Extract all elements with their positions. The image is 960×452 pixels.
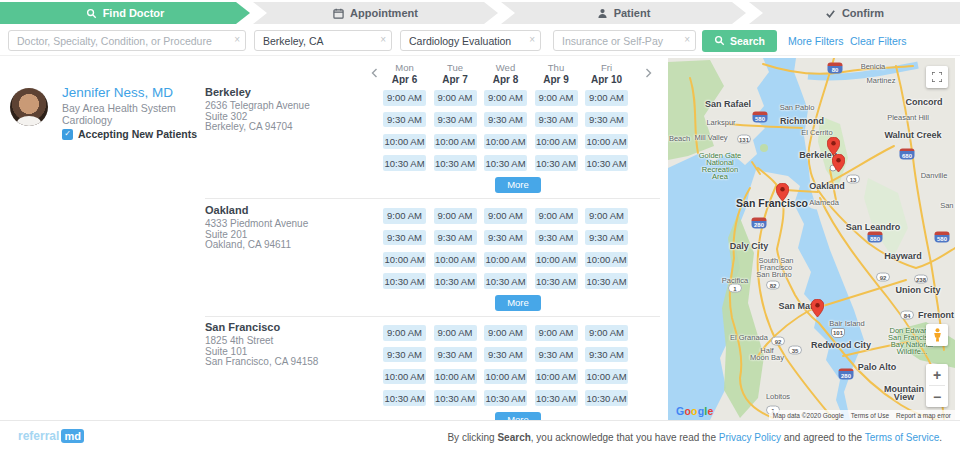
time-slot-button[interactable]: 9:00 AM	[585, 208, 628, 224]
zoom-in-button[interactable]: +	[926, 364, 948, 385]
clear-filters-link[interactable]: Clear Filters	[850, 35, 907, 47]
time-slot-button[interactable]: 10:00 AM	[585, 252, 628, 268]
time-slot-button[interactable]: 9:00 AM	[383, 325, 426, 341]
time-slot-button[interactable]: 9:30 AM	[484, 230, 527, 246]
time-slot-button[interactable]: 10:30 AM	[535, 155, 578, 171]
time-slot-button[interactable]: 10:00 AM	[434, 252, 477, 268]
time-slot-button[interactable]: 9:30 AM	[383, 347, 426, 363]
clear-doctor-icon[interactable]: ×	[234, 34, 240, 46]
step-find-doctor[interactable]: Find Doctor	[0, 2, 250, 24]
time-slot-button[interactable]: 9:00 AM	[585, 90, 628, 106]
time-slot-button[interactable]: 9:30 AM	[585, 347, 628, 363]
step-confirm[interactable]: Confirm	[749, 2, 960, 24]
time-slot-button[interactable]: 9:00 AM	[535, 325, 578, 341]
time-slot-button[interactable]: 10:00 AM	[484, 369, 527, 385]
time-slot-button[interactable]: 10:30 AM	[535, 390, 578, 406]
time-slot-button[interactable]: 9:30 AM	[383, 230, 426, 246]
doctor-name-link[interactable]: Jennifer Ness, MD	[62, 85, 173, 100]
time-slot-button[interactable]: 10:00 AM	[585, 369, 628, 385]
accepting-new-patients-checkbox[interactable]: ✓ Accepting New Patients	[62, 128, 197, 140]
clear-insurance-icon[interactable]: ×	[684, 34, 690, 46]
time-slot-button[interactable]: 9:30 AM	[585, 230, 628, 246]
time-slot-button[interactable]: 9:30 AM	[585, 112, 628, 128]
time-slot-button[interactable]: 10:00 AM	[535, 252, 578, 268]
step-appointment[interactable]: Appointment	[253, 2, 498, 24]
time-slot-button[interactable]: 10:00 AM	[484, 252, 527, 268]
time-slot-button[interactable]: 10:00 AM	[434, 134, 477, 150]
time-slot-button[interactable]: 9:00 AM	[484, 208, 527, 224]
time-slot-button[interactable]: 10:00 AM	[383, 252, 426, 268]
time-slot-button[interactable]: 10:00 AM	[383, 134, 426, 150]
referralmd-logo[interactable]: referral md	[18, 429, 84, 443]
prev-days-icon[interactable]	[369, 67, 381, 79]
time-slot-button[interactable]: 9:30 AM	[484, 347, 527, 363]
time-slot-button[interactable]: 9:00 AM	[484, 325, 527, 341]
next-days-icon[interactable]	[642, 67, 654, 79]
time-slot-button[interactable]: 10:00 AM	[434, 369, 477, 385]
time-slot-button[interactable]: 10:30 AM	[484, 390, 527, 406]
map-pin-1[interactable]	[827, 137, 840, 155]
results-map[interactable]: BeniciaMartinezConcordSan RafaelSan Pabl…	[668, 58, 955, 420]
time-slot-button[interactable]: 10:30 AM	[434, 155, 477, 171]
time-slot-button[interactable]: 10:30 AM	[383, 390, 426, 406]
time-slot-button[interactable]: 9:00 AM	[535, 90, 578, 106]
doctor-search-input[interactable]	[8, 30, 246, 51]
map-pin-4[interactable]	[811, 299, 824, 317]
procedure-input[interactable]	[400, 30, 541, 51]
search-button[interactable]: Search	[702, 30, 777, 52]
time-slot-button[interactable]: 9:00 AM	[383, 208, 426, 224]
map-pin-2[interactable]	[832, 154, 845, 172]
time-slot-button[interactable]: 10:30 AM	[434, 390, 477, 406]
time-slot-button[interactable]: 9:00 AM	[434, 90, 477, 106]
pegman-button[interactable]	[926, 324, 948, 346]
map-pin-3[interactable]	[776, 183, 789, 201]
location-address-line: San Francisco, CA 94158	[205, 357, 370, 368]
time-slot-button[interactable]: 9:30 AM	[484, 112, 527, 128]
time-slot-button[interactable]: 10:30 AM	[585, 273, 628, 289]
time-slot-button[interactable]: 9:00 AM	[383, 90, 426, 106]
time-slot-button[interactable]: 10:00 AM	[585, 134, 628, 150]
time-slot-button[interactable]: 10:30 AM	[535, 273, 578, 289]
more-filters-link[interactable]: More Filters	[788, 35, 843, 47]
time-slot-button[interactable]: 10:30 AM	[585, 390, 628, 406]
time-slot-button[interactable]: 10:30 AM	[484, 155, 527, 171]
time-slot-button[interactable]: 10:00 AM	[383, 369, 426, 385]
time-slot-button[interactable]: 10:00 AM	[535, 134, 578, 150]
more-times-button[interactable]: More	[495, 295, 541, 311]
step-patient[interactable]: Patient	[501, 2, 746, 24]
time-slot-button[interactable]: 9:30 AM	[535, 347, 578, 363]
time-slot-button[interactable]: 10:30 AM	[585, 155, 628, 171]
time-slot-button[interactable]: 9:30 AM	[383, 112, 426, 128]
clear-procedure-icon[interactable]: ×	[529, 34, 535, 46]
more-times-button[interactable]: More	[495, 177, 541, 193]
time-slot-button[interactable]: 9:30 AM	[535, 112, 578, 128]
time-slot-button[interactable]: 9:00 AM	[585, 325, 628, 341]
time-slot-button[interactable]: 10:00 AM	[484, 134, 527, 150]
insurance-input[interactable]	[553, 30, 696, 51]
attribution-link[interactable]: Terms of Use	[851, 412, 889, 419]
time-slot-button[interactable]: 10:30 AM	[434, 273, 477, 289]
clear-location-icon[interactable]: ×	[380, 34, 386, 46]
time-slot-button[interactable]: 9:00 AM	[434, 325, 477, 341]
time-slot-button[interactable]: 9:00 AM	[484, 90, 527, 106]
footer-link[interactable]: Terms of Service	[865, 432, 939, 443]
time-slot-button[interactable]: 10:00 AM	[535, 369, 578, 385]
attribution-link[interactable]: Report a map error	[896, 412, 951, 419]
doctor-avatar[interactable]	[10, 88, 48, 126]
time-slot-button[interactable]: 10:30 AM	[383, 273, 426, 289]
time-slot-button[interactable]: 10:30 AM	[383, 155, 426, 171]
time-slot-button[interactable]: 9:00 AM	[535, 208, 578, 224]
time-slot-button[interactable]: 10:30 AM	[484, 273, 527, 289]
time-slot-button[interactable]: 9:30 AM	[535, 230, 578, 246]
time-slot-button[interactable]: 9:30 AM	[434, 230, 477, 246]
location-input[interactable]	[254, 30, 392, 51]
location-info-san-francisco: San Francisco1825 4th StreetSuite 101San…	[205, 321, 370, 368]
google-logo-letter: e	[707, 405, 713, 417]
time-slot-button[interactable]: 9:30 AM	[434, 112, 477, 128]
zoom-out-button[interactable]: −	[926, 386, 948, 407]
footer-link[interactable]: Privacy Policy	[719, 432, 781, 443]
fullscreen-button[interactable]	[926, 66, 948, 88]
time-slot-button[interactable]: 9:00 AM	[434, 208, 477, 224]
time-slot-button[interactable]: 9:30 AM	[434, 347, 477, 363]
fullscreen-icon	[932, 72, 942, 82]
